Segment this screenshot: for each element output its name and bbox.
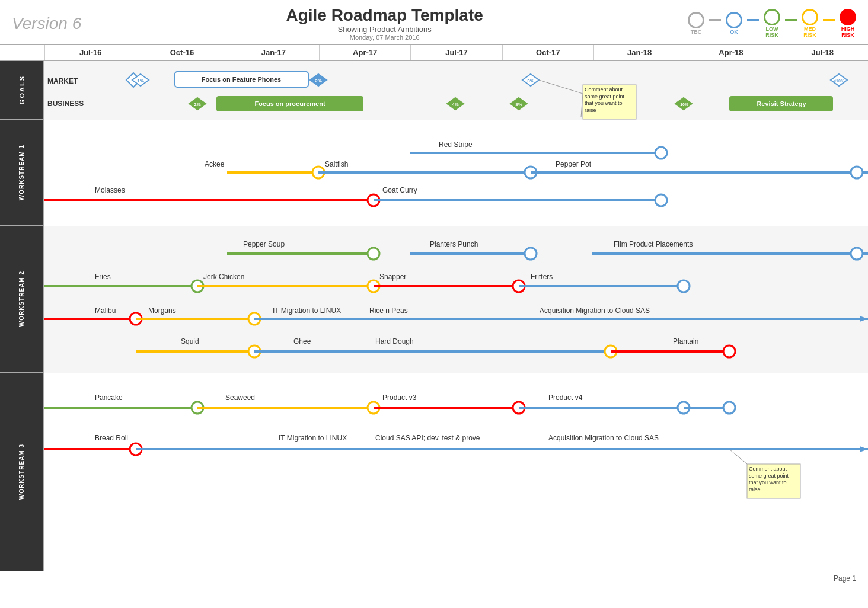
squid-label: Squid [181, 337, 199, 345]
pepper-soup-circle [368, 248, 379, 260]
acquisition-ws3-arrow [860, 446, 868, 452]
legend: TBC OK LOWRISK MEDRISK HIGHRISK [688, 9, 856, 39]
svg-text:3%: 3% [527, 78, 534, 84]
ghee-label: Ghee [293, 337, 311, 345]
timeline-spacer [0, 45, 44, 60]
goals-label-text: GOALS [18, 75, 25, 104]
pepper-pot-label: Pepper Pot [556, 160, 592, 168]
plantain-circle [723, 345, 735, 357]
diamond-business-8: 8% [510, 98, 527, 110]
tbc-label: TBC [691, 30, 702, 36]
footer: Page 1 [0, 571, 868, 585]
svg-text:<10%: <10% [834, 79, 845, 83]
saltfish-label: Saltfish [325, 160, 348, 168]
ws1-label-text: WORKSTREAM 1 [18, 145, 25, 200]
ok-label: OK [730, 30, 738, 36]
diamond-market-3: 3% [522, 74, 539, 86]
rice-peas-label: Rice n Peas [369, 306, 408, 315]
section-labels: GOALS WORKSTREAM 1 WORKSTREAM 2 WORKSTRE… [0, 61, 44, 571]
chart-svg: 1% 1% Focus on Feature Phones 2% [44, 61, 868, 571]
pancake-label: Pancake [95, 393, 123, 402]
jerk-chicken-label: Jerk Chicken [203, 273, 244, 281]
market-row-label: MARKET [47, 77, 78, 85]
fritters-label: Fritters [531, 273, 553, 281]
comment-text-ws3: Comment about some great point that you … [747, 464, 800, 498]
svg-text:2%: 2% [194, 102, 201, 107]
title-area: Agile Roadmap Template Showing Product A… [286, 6, 483, 41]
legend-high: HIGHRISK [840, 9, 856, 39]
app: Version 6 Agile Roadmap Template Showing… [0, 0, 868, 608]
high-circle [840, 9, 856, 25]
goat-curry-circle [655, 194, 667, 206]
date-label: Monday, 07 March 2016 [286, 34, 483, 41]
diamond-business-10neg: -10% [675, 98, 692, 110]
col-apr18: Apr-18 [685, 45, 776, 60]
med-circle [802, 9, 818, 25]
goat-curry-label: Goat Curry [382, 186, 417, 194]
col-jan18: Jan-18 [593, 45, 685, 60]
business-row-label: BUSINESS [47, 100, 84, 108]
col-jan17: Jan-17 [228, 45, 319, 60]
legend-low: LOWRISK [764, 9, 780, 39]
chart-area: 1% 1% Focus on Feature Phones 2% [44, 61, 868, 571]
pepper-soup-label: Pepper Soup [243, 240, 285, 248]
molasses-label: Molasses [95, 186, 125, 194]
ws2-section-label: WORKSTREAM 2 [0, 226, 43, 373]
diamond-market-2: 2% [310, 74, 327, 86]
snapper-label: Snapper [379, 273, 406, 281]
med-label: MEDRISK [803, 27, 816, 39]
comment-line-market [539, 80, 583, 94]
acquisition-ws2-arrow [860, 316, 868, 322]
svg-text:1%: 1% [137, 78, 144, 84]
legend-tbc: TBC [688, 12, 704, 36]
timeline-bar: Jul-16 Oct-16 Jan-17 Apr-17 Jul-17 Oct-1… [0, 45, 868, 61]
bread-roll-label: Bread Roll [95, 434, 128, 442]
diamond-business-4: 4% [447, 98, 464, 110]
diamond-market-10: <10% [831, 74, 847, 86]
svg-text:8%: 8% [515, 102, 522, 107]
film-product-label: Film Product Placements [614, 240, 693, 248]
col-oct16: Oct-16 [136, 45, 227, 60]
svg-text:-10%: -10% [679, 103, 689, 107]
product-v3-label: Product v3 [382, 393, 417, 402]
product-v4-circle2 [723, 402, 735, 414]
svg-text:Focus on Feature Phones: Focus on Feature Phones [202, 76, 281, 83]
version-label: Version 6 [12, 14, 81, 33]
subtitle: Showing Product Ambitions [286, 25, 483, 34]
tbc-circle [688, 12, 704, 28]
fritters-circle [678, 280, 690, 292]
low-label: LOWRISK [765, 27, 778, 39]
high-label: HIGHRISK [841, 27, 855, 39]
connector4 [823, 19, 835, 21]
ok-circle [726, 12, 742, 28]
morgans-label: Morgans [148, 306, 176, 315]
main-content: GOALS WORKSTREAM 1 WORKSTREAM 2 WORKSTRE… [0, 61, 868, 571]
red-stripe-circle [655, 147, 667, 159]
col-jul16: Jul-16 [44, 45, 136, 60]
acquisition-ws3-label: Acquisition Migration to Cloud SAS [548, 434, 659, 442]
connector2 [747, 19, 759, 21]
svg-text:Revisit Strategy: Revisit Strategy [757, 100, 806, 107]
hard-dough-label: Hard Dough [375, 337, 414, 345]
focus-procurement-bar[interactable]: Focus on procurement [216, 96, 363, 111]
col-jul18: Jul-18 [777, 45, 868, 60]
comment-line-ws3 [729, 449, 747, 464]
svg-text:4%: 4% [452, 102, 459, 107]
focus-feature-phones-bar[interactable]: Focus on Feature Phones [175, 72, 308, 87]
pepper-pot-circle [851, 167, 863, 178]
it-migration-label: IT Migration to LINUX [273, 306, 341, 315]
film-product-circle [851, 248, 863, 260]
ackee-label: Ackee [205, 160, 225, 168]
legend-med: MEDRISK [802, 9, 818, 39]
revisit-strategy-bar[interactable]: Revisit Strategy [729, 96, 833, 111]
page-number: Page 1 [834, 574, 856, 583]
ws3-section-label: WORKSTREAM 3 [0, 373, 43, 571]
col-apr17: Apr-17 [319, 45, 410, 60]
fries-label: Fries [95, 273, 111, 281]
cloud-sas-label: Cloud SAS API; dev, test & prove [375, 434, 480, 442]
red-stripe-label: Red Stripe [439, 140, 473, 149]
timeline-cols: Jul-16 Oct-16 Jan-17 Apr-17 Jul-17 Oct-1… [44, 45, 868, 60]
svg-text:Focus on procurement: Focus on procurement [254, 100, 326, 107]
product-v4-label: Product v4 [548, 393, 583, 402]
legend-ok: OK [726, 12, 742, 36]
